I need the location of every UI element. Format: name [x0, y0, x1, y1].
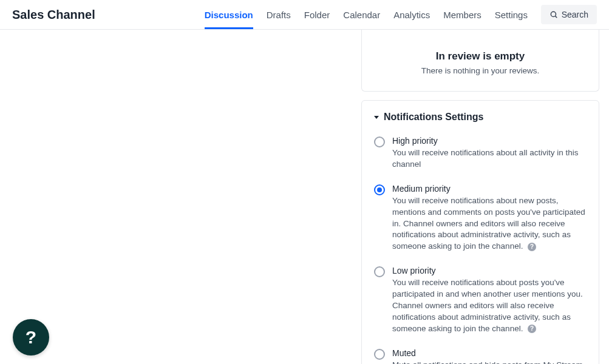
priority-option-muted[interactable]: Muted Mute all notifications and hide po… [374, 343, 587, 364]
in-review-title: In review is empty [374, 50, 587, 62]
notifications-settings-title: Notifications Settings [384, 112, 483, 123]
in-review-subtitle: There is nothing in your reviews. [374, 66, 587, 75]
notifications-settings-card: Notifications Settings High priority You… [361, 100, 599, 364]
help-icon[interactable]: ? [528, 243, 536, 251]
header: Sales Channel Discussion Drafts Folder C… [0, 0, 609, 30]
chevron-down-icon [374, 116, 379, 119]
notifications-settings-header[interactable]: Notifications Settings [374, 112, 587, 123]
priority-option-medium[interactable]: Medium priority You will receive notific… [374, 179, 587, 261]
tab-settings[interactable]: Settings [495, 0, 528, 29]
option-desc: You will receive notifications about pos… [392, 277, 587, 334]
tab-calendar[interactable]: Calendar [343, 0, 380, 29]
nav-tabs: Discussion Drafts Folder Calendar Analyt… [205, 0, 529, 29]
svg-point-0 [551, 12, 556, 16]
search-icon [549, 10, 558, 19]
option-title: Medium priority [392, 184, 587, 194]
option-title: High priority [392, 136, 587, 146]
search-button[interactable]: Search [541, 5, 597, 24]
help-icon[interactable]: ? [528, 325, 536, 333]
tab-folder[interactable]: Folder [304, 0, 330, 29]
radio-icon [374, 184, 385, 195]
radio-icon [374, 349, 385, 360]
in-review-card: In review is empty There is nothing in y… [361, 30, 599, 92]
priority-option-low[interactable]: Low priority You will receive notificati… [374, 261, 587, 343]
main: In review is empty There is nothing in y… [0, 30, 609, 364]
page-title: Sales Channel [12, 8, 95, 22]
tab-members[interactable]: Members [443, 0, 481, 29]
option-title: Muted [392, 348, 587, 358]
option-desc: Mute all notifications and hide posts fr… [392, 360, 587, 364]
priority-option-high[interactable]: High priority You will receive notificat… [374, 131, 587, 179]
svg-line-1 [555, 16, 557, 18]
radio-icon [374, 266, 385, 277]
radio-icon [374, 136, 385, 147]
option-title: Low priority [392, 266, 587, 275]
tab-drafts[interactable]: Drafts [267, 0, 291, 29]
search-label: Search [562, 10, 588, 19]
tab-analytics[interactable]: Analytics [393, 0, 430, 29]
option-desc: You will receive notifications about new… [392, 195, 587, 252]
left-pane [0, 30, 361, 364]
tab-discussion[interactable]: Discussion [205, 0, 253, 29]
right-pane: In review is empty There is nothing in y… [361, 30, 607, 364]
option-desc: You will receive notifications about all… [392, 147, 587, 170]
question-icon: ? [26, 327, 36, 348]
help-fab-button[interactable]: ? [13, 319, 49, 356]
